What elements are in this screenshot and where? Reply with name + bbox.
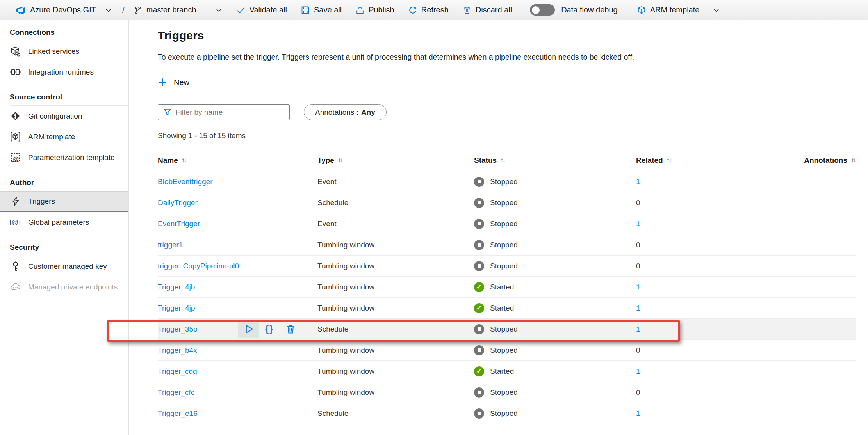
- column-label: Related: [636, 156, 663, 165]
- trigger-status: Started: [474, 366, 636, 376]
- sidebar-item-integration-runtimes[interactable]: Integration runtimes: [0, 62, 128, 82]
- table-row[interactable]: trigger1 Tumbling window Stopped 0: [158, 234, 856, 256]
- table-row[interactable]: Trigger_35o {} Schedule Stopped 1: [158, 319, 856, 340]
- trigger-name-link[interactable]: Trigger_4jb: [158, 283, 195, 291]
- trigger-name-link[interactable]: Trigger_b4x: [158, 346, 197, 355]
- related-count[interactable]: 1: [636, 409, 640, 417]
- publish-button[interactable]: Publish: [356, 5, 394, 14]
- status-label: Started: [490, 367, 514, 376]
- trigger-type: Schedule: [317, 409, 474, 418]
- status-label: Stopped: [490, 325, 518, 334]
- trigger-type: Tumbling window: [317, 262, 474, 270]
- name-cell: DailyTrigger: [158, 199, 317, 207]
- refresh-icon: [408, 6, 417, 14]
- sidebar-item-global-parameters[interactable]: [@] Global parameters: [0, 212, 128, 233]
- repo-selector[interactable]: Azure DevOps GIT: [16, 5, 96, 14]
- related-count[interactable]: 1: [636, 367, 640, 375]
- status-label: Stopped: [490, 199, 518, 207]
- table-row[interactable]: BlobEventtrigger Event Stopped 1: [158, 171, 856, 192]
- trigger-type: Event: [317, 220, 474, 228]
- items-count-text: Showing 1 - 15 of 15 items: [158, 131, 856, 140]
- related-count[interactable]: 1: [636, 304, 640, 312]
- related-count[interactable]: 1: [636, 325, 640, 333]
- table-row[interactable]: Trigger_4jp Tumbling window Started 1: [158, 298, 856, 319]
- discard-all-button[interactable]: Discard all: [463, 5, 512, 14]
- table-row[interactable]: trigger_CopyPipeline-pl0 Tumbling window…: [158, 256, 856, 277]
- related-count[interactable]: 1: [636, 178, 640, 186]
- stopped-status-icon: [474, 240, 484, 250]
- name-cell: Trigger_cfc: [158, 388, 317, 397]
- trigger-name-link[interactable]: Trigger_e16: [158, 409, 198, 418]
- chevron-down-icon[interactable]: [215, 6, 223, 14]
- save-all-button[interactable]: Save all: [301, 5, 342, 14]
- table-row[interactable]: Trigger_e16 Schedule Stopped 1: [158, 403, 856, 424]
- sidebar-item-customer-managed-key[interactable]: Customer managed key: [0, 256, 128, 277]
- related-count[interactable]: 1: [636, 283, 640, 291]
- status-label: Started: [490, 283, 514, 291]
- trigger-name-link[interactable]: Trigger_cdg: [158, 367, 197, 376]
- table-row[interactable]: DailyTrigger Schedule Stopped 0: [158, 192, 856, 213]
- delete-trigger-button[interactable]: [280, 320, 301, 338]
- trigger-name-link[interactable]: BlobEventtrigger: [158, 178, 212, 186]
- table-row[interactable]: Trigger_cfc Tumbling window Stopped 0: [158, 382, 856, 403]
- toolbar: Azure DevOps GIT / master branch Validat…: [0, 0, 868, 20]
- trigger-name-link[interactable]: EventTrigger: [158, 220, 200, 228]
- new-trigger-button[interactable]: New: [158, 75, 189, 90]
- code-view-button[interactable]: {}: [259, 320, 280, 338]
- table-row[interactable]: Trigger_b4x Tumbling window Stopped 0: [158, 340, 856, 361]
- trigger-name-link[interactable]: DailyTrigger: [158, 199, 198, 207]
- sidebar-item-arm-template[interactable]: ARM template: [0, 126, 128, 147]
- integration-runtimes-icon: [10, 67, 21, 77]
- sidebar-item-parameterization-template[interactable]: @ Parameterization template: [0, 147, 128, 168]
- trigger-name-link[interactable]: Trigger_35o: [158, 325, 198, 334]
- trigger-type: Schedule: [317, 199, 474, 207]
- trigger-name-link[interactable]: trigger1: [158, 241, 183, 249]
- sort-icon: ↑↓: [338, 156, 343, 164]
- sidebar-item-linked-services[interactable]: Linked services: [0, 41, 128, 62]
- annotations-filter-chip[interactable]: Annotations : Any: [304, 104, 387, 120]
- refresh-button[interactable]: Refresh: [408, 5, 449, 14]
- arm-template-button[interactable]: ARM template: [637, 5, 700, 14]
- annotations-chip-value: Any: [361, 108, 375, 117]
- path-separator: /: [122, 5, 125, 15]
- related-cell: 1: [636, 304, 794, 312]
- sidebar-item-git-configuration[interactable]: Git configuration: [0, 106, 128, 126]
- section-title: Connections: [0, 28, 128, 41]
- trigger-type: Tumbling window: [317, 283, 474, 291]
- sort-icon: ↑↓: [182, 156, 187, 164]
- trigger-type: Tumbling window: [317, 346, 474, 355]
- name-cell: BlobEventtrigger: [158, 178, 317, 186]
- publish-icon: [356, 6, 364, 14]
- data-flow-debug-toggle[interactable]: [530, 4, 555, 16]
- branch-label: master branch: [146, 5, 196, 14]
- braces-icon: {}: [265, 324, 274, 334]
- svg-text:@: @: [13, 156, 19, 162]
- related-cell: 1: [636, 325, 794, 334]
- filter-by-name-input[interactable]: [176, 108, 284, 117]
- column-header-status[interactable]: Status ↑↓: [474, 156, 636, 165]
- stopped-status-icon: [474, 219, 484, 229]
- table-row[interactable]: Trigger_4jb Tumbling window Started 1: [158, 277, 856, 298]
- validate-all-button[interactable]: Validate all: [237, 5, 287, 14]
- cloud-icon: [10, 282, 21, 292]
- new-button-label: New: [174, 78, 189, 87]
- trigger-name-link[interactable]: Trigger_4jp: [158, 304, 195, 312]
- chevron-down-icon[interactable]: [713, 6, 720, 14]
- sidebar-item-triggers[interactable]: Triggers: [0, 191, 128, 212]
- column-header-annotations[interactable]: Annotations ↑↓: [794, 156, 856, 165]
- table-row[interactable]: EventTrigger Event Stopped 1: [158, 213, 856, 234]
- trigger-type: Event: [317, 178, 474, 186]
- column-header-name[interactable]: Name ↑↓: [158, 156, 317, 165]
- related-count[interactable]: 1: [636, 220, 640, 228]
- trigger-status: Started: [474, 303, 636, 313]
- column-header-type[interactable]: Type ↑↓: [317, 156, 474, 165]
- table-row[interactable]: Trigger_cdg Tumbling window Started 1: [158, 361, 856, 382]
- column-header-related[interactable]: Related ↑↓: [636, 156, 794, 165]
- sidebar-section-source-control: Source control Git configuration ARM tem…: [0, 93, 128, 168]
- trigger-name-link[interactable]: Trigger_cfc: [158, 388, 194, 397]
- trigger-name-link[interactable]: trigger_CopyPipeline-pl0: [158, 262, 239, 270]
- play-trigger-button[interactable]: [238, 320, 259, 338]
- status-label: Stopped: [490, 388, 518, 397]
- branch-selector[interactable]: master branch: [134, 5, 196, 14]
- chevron-down-icon[interactable]: [105, 6, 112, 14]
